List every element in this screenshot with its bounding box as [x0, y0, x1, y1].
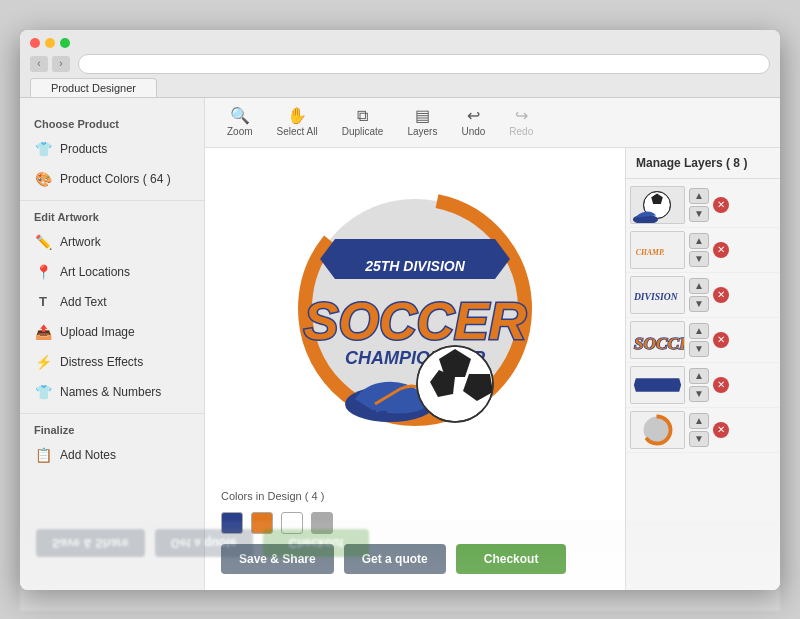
undo-icon: ↩	[467, 108, 480, 124]
layer-controls: ▲ ▼	[689, 323, 709, 357]
layer-item: ▲ ▼ ✕	[626, 408, 780, 453]
layer-down-button[interactable]: ▼	[689, 386, 709, 402]
layer-up-button[interactable]: ▲	[689, 413, 709, 429]
zoom-button[interactable]: 🔍 Zoom	[217, 104, 263, 141]
sidebar-item-product-colors[interactable]: 🎨 Product Colors ( 64 )	[20, 164, 204, 194]
svg-text:SOCCER: SOCCER	[634, 333, 684, 352]
color-swatch-orange[interactable]	[251, 512, 273, 534]
colors-label: Colors in Design ( 4 )	[221, 490, 324, 502]
back-button[interactable]: ‹	[30, 56, 48, 72]
layer-up-button[interactable]: ▲	[689, 368, 709, 384]
finalize-title: Finalize	[20, 420, 204, 440]
sidebar: Choose Product 👕 Products 🎨 Product Colo…	[20, 98, 205, 590]
sidebar-item-products[interactable]: 👕 Products	[20, 134, 204, 164]
minimize-dot[interactable]	[45, 38, 55, 48]
layer-down-button[interactable]: ▼	[689, 251, 709, 267]
canvas-main: 25TH DIVISION SOCCER CHAMPIONSHIP	[205, 148, 625, 590]
sidebar-item-upload-image[interactable]: 📤 Upload Image	[20, 317, 204, 347]
layer-controls: ▲ ▼	[689, 233, 709, 267]
choose-product-title: Choose Product	[20, 114, 204, 134]
layer-delete-button[interactable]: ✕	[713, 242, 729, 258]
color-swatch-gray[interactable]	[311, 512, 333, 534]
product-colors-label: Product Colors ( 64 )	[60, 172, 171, 186]
sidebar-divider-2	[20, 413, 204, 414]
layer-controls: ▲ ▼	[689, 188, 709, 222]
layer-controls: ▲ ▼	[689, 278, 709, 312]
layer-down-button[interactable]: ▼	[689, 341, 709, 357]
layer-controls: ▲ ▼	[689, 413, 709, 447]
art-locations-label: Art Locations	[60, 265, 130, 279]
upload-image-label: Upload Image	[60, 325, 135, 339]
sidebar-item-artwork[interactable]: ✏️ Artwork	[20, 227, 204, 257]
layer-delete-button[interactable]: ✕	[713, 287, 729, 303]
save-share-button[interactable]: Save & Share	[221, 544, 334, 574]
select-all-icon: ✋	[287, 108, 307, 124]
sidebar-item-add-notes[interactable]: 📋 Add Notes	[20, 440, 204, 470]
svg-text:CHAMP.: CHAMP.	[636, 247, 665, 256]
layer-delete-button[interactable]: ✕	[713, 377, 729, 393]
layer-down-button[interactable]: ▼	[689, 206, 709, 222]
app-body: Choose Product 👕 Products 🎨 Product Colo…	[20, 98, 780, 590]
close-dot[interactable]	[30, 38, 40, 48]
checkout-button[interactable]: Checkout	[456, 544, 567, 574]
layer-thumbnail: SOCCER	[630, 321, 685, 359]
forward-button[interactable]: ›	[52, 56, 70, 72]
layer-thumbnail	[630, 186, 685, 224]
layer-item: CHAMP. ▲ ▼ ✕	[626, 228, 780, 273]
text-icon: T	[34, 293, 52, 311]
duplicate-icon: ⧉	[357, 108, 368, 124]
get-quote-button[interactable]: Get a quote	[344, 544, 446, 574]
zoom-icon: 🔍	[230, 108, 250, 124]
layer-up-button[interactable]: ▲	[689, 278, 709, 294]
browser-dots	[30, 38, 770, 48]
colors-row: Colors in Design ( 4 )	[221, 490, 609, 502]
canvas-area: 25TH DIVISION SOCCER CHAMPIONSHIP	[205, 148, 780, 590]
color-swatches-row	[221, 512, 609, 534]
add-notes-label: Add Notes	[60, 448, 116, 462]
layers-button[interactable]: ▤ Layers	[397, 104, 447, 141]
layer-down-button[interactable]: ▼	[689, 296, 709, 312]
layers-panel: Manage Layers ( 8 )	[625, 148, 780, 590]
svg-text:25TH DIVISION: 25TH DIVISION	[364, 258, 465, 274]
names-numbers-label: Names & Numbers	[60, 385, 161, 399]
select-all-label: Select All	[277, 126, 318, 137]
layer-delete-button[interactable]: ✕	[713, 332, 729, 348]
products-label: Products	[60, 142, 107, 156]
layer-delete-button[interactable]: ✕	[713, 197, 729, 213]
layer-up-button[interactable]: ▲	[689, 188, 709, 204]
brush-icon: ✏️	[34, 233, 52, 251]
canvas-bottom: Colors in Design ( 4 ) Save & Share Get …	[221, 490, 609, 574]
undo-button[interactable]: ↩ Undo	[451, 104, 495, 141]
sidebar-item-distress-effects[interactable]: ⚡ Distress Effects	[20, 347, 204, 377]
browser-tab[interactable]: Product Designer	[30, 78, 157, 97]
sidebar-divider-1	[20, 200, 204, 201]
url-bar[interactable]	[78, 54, 770, 74]
color-swatch-blue[interactable]	[221, 512, 243, 534]
design-canvas[interactable]: 25TH DIVISION SOCCER CHAMPIONSHIP	[275, 164, 555, 444]
redo-icon: ↪	[515, 108, 528, 124]
layer-thumbnail: CHAMP.	[630, 231, 685, 269]
layer-up-button[interactable]: ▲	[689, 323, 709, 339]
toolbar: 🔍 Zoom ✋ Select All ⧉ Duplicate ▤ Layers…	[205, 98, 780, 148]
svg-rect-6	[357, 408, 365, 414]
svg-rect-7	[368, 410, 376, 416]
lightning-icon: ⚡	[34, 353, 52, 371]
browser-chrome: ‹ › Product Designer	[20, 30, 780, 98]
sidebar-item-names-numbers[interactable]: 👕 Names & Numbers	[20, 377, 204, 407]
layer-up-button[interactable]: ▲	[689, 233, 709, 249]
select-all-button[interactable]: ✋ Select All	[267, 104, 328, 141]
sidebar-item-art-locations[interactable]: 📍 Art Locations	[20, 257, 204, 287]
layer-controls: ▲ ▼	[689, 368, 709, 402]
upload-icon: 📤	[34, 323, 52, 341]
color-swatch-white[interactable]	[281, 512, 303, 534]
maximize-dot[interactable]	[60, 38, 70, 48]
layer-item: DIVISION ▲ ▼ ✕	[626, 273, 780, 318]
redo-button[interactable]: ↪ Redo	[499, 104, 543, 141]
layer-down-button[interactable]: ▼	[689, 431, 709, 447]
browser-bar: ‹ ›	[30, 54, 770, 74]
layer-delete-button[interactable]: ✕	[713, 422, 729, 438]
shirt-icon: 👕	[34, 140, 52, 158]
sidebar-item-add-text[interactable]: T Add Text	[20, 287, 204, 317]
nav-buttons: ‹ ›	[30, 56, 70, 72]
duplicate-button[interactable]: ⧉ Duplicate	[332, 104, 394, 141]
